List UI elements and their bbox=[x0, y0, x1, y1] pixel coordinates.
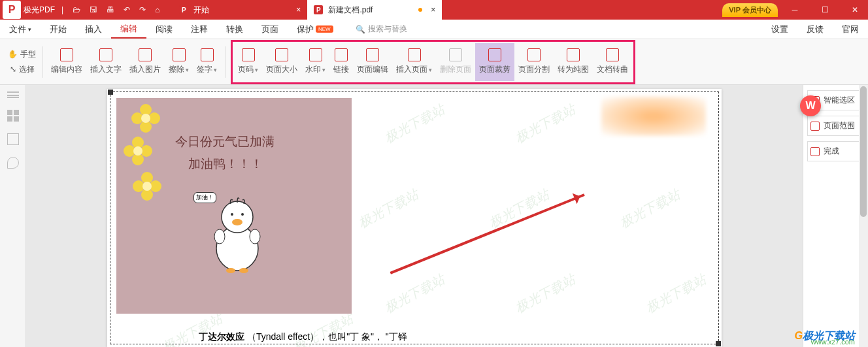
minimize-button[interactable]: ─ bbox=[782, 0, 808, 20]
separator bbox=[42, 46, 43, 78]
print-icon[interactable]: 🖶 bbox=[107, 5, 114, 14]
canvas-area[interactable]: 极光下载站 极光下载站 极光下载站 极光下载站 极光下载站 极光下载站 极光下载… bbox=[26, 85, 803, 347]
chevron-down-icon: ▾ bbox=[322, 67, 326, 73]
app-logo: P bbox=[3, 1, 21, 19]
page-range-button[interactable]: 页面范围 bbox=[807, 116, 864, 136]
redacted-region bbox=[601, 97, 706, 136]
insert-page-button[interactable]: 插入页面▾ bbox=[392, 43, 436, 81]
menu-feedback[interactable]: 反馈 bbox=[797, 24, 833, 35]
svg-point-9 bbox=[133, 146, 142, 156]
svg-point-16 bbox=[222, 201, 253, 233]
page-number-button[interactable]: 页码▾ bbox=[234, 43, 262, 81]
close-icon[interactable]: × bbox=[296, 5, 301, 14]
separator bbox=[225, 46, 225, 78]
crop-page-button[interactable]: 页面裁剪 bbox=[475, 43, 514, 81]
menu-settings[interactable]: 设置 bbox=[762, 24, 797, 35]
watermark-text: 极光下载站 bbox=[617, 186, 683, 232]
page-edit-button[interactable]: 页面编辑 bbox=[353, 43, 392, 81]
menu-website[interactable]: 官网 bbox=[833, 24, 868, 35]
menu-protect[interactable]: 保护NEW bbox=[288, 20, 342, 39]
link-button[interactable]: 链接 bbox=[329, 43, 353, 81]
vertical-scrollbar[interactable] bbox=[859, 85, 868, 347]
annotation-arrow bbox=[390, 193, 585, 274]
tab-start[interactable]: P 开始 × bbox=[173, 0, 307, 20]
insert-text-button[interactable]: 插入文字 bbox=[86, 43, 125, 81]
footer-url: www.xz7.com bbox=[811, 338, 855, 346]
chevron-down-icon: ▾ bbox=[255, 67, 258, 73]
edit-rail-icon[interactable] bbox=[7, 133, 19, 145]
edit-content-button[interactable]: 编辑内容 bbox=[47, 43, 86, 81]
decorative-image: 今日份元气已加满 加油鸭！！！ 加油！ bbox=[116, 98, 352, 314]
svg-point-14 bbox=[142, 182, 152, 191]
search-placeholder: 搜索与替换 bbox=[368, 24, 407, 35]
chevron-down-icon: ▾ bbox=[186, 67, 189, 73]
menu-page[interactable]: 页面 bbox=[252, 20, 288, 39]
svg-point-4 bbox=[141, 114, 150, 123]
svg-point-17 bbox=[232, 219, 242, 225]
flower-icon bbox=[122, 135, 154, 167]
redo-icon[interactable]: ↷ bbox=[139, 5, 146, 14]
vip-badge[interactable]: VIP 会员中心 bbox=[722, 3, 778, 17]
watermark-text: 极光下载站 bbox=[382, 271, 448, 317]
tab-document[interactable]: P 新建文档.pdf × bbox=[307, 0, 442, 20]
undo-icon[interactable]: ↶ bbox=[124, 5, 130, 14]
hand-tool[interactable]: ✋手型 bbox=[5, 48, 39, 61]
pdf-icon: P bbox=[179, 5, 188, 14]
menu-file[interactable]: 文件▾ bbox=[0, 20, 41, 39]
menu-annotate[interactable]: 注释 bbox=[182, 20, 217, 39]
modified-dot-icon bbox=[418, 8, 422, 12]
home-icon[interactable]: ⌂ bbox=[155, 5, 159, 14]
watermark-text: 极光下载站 bbox=[643, 271, 709, 317]
grid-view-icon[interactable] bbox=[7, 110, 19, 122]
tab-label: 新建文档.pdf bbox=[328, 5, 373, 16]
left-rail bbox=[0, 85, 26, 347]
decorative-text: 今日份元气已加满 加油鸭！！！ bbox=[175, 131, 275, 175]
new-badge: NEW bbox=[316, 25, 333, 33]
vip-prefix: VIP bbox=[729, 6, 741, 14]
flatten-button[interactable]: 转为纯图 bbox=[554, 43, 593, 81]
hand-icon: ✋ bbox=[8, 50, 18, 59]
menu-convert[interactable]: 转换 bbox=[217, 20, 252, 39]
search-rail-icon[interactable] bbox=[7, 157, 19, 169]
scrollbar-thumb[interactable] bbox=[860, 86, 867, 217]
body-text: 丁达尔效应 （Tyndall effect），也叫"丁 象"， "丁铎 bbox=[199, 331, 407, 343]
watermark-text: 极光下载站 bbox=[356, 186, 422, 232]
list-view-icon[interactable] bbox=[7, 91, 19, 98]
duck-illustration: 加油！ bbox=[208, 190, 267, 274]
save-icon[interactable]: 🖫 bbox=[90, 5, 97, 14]
split-page-button[interactable]: 页面分割 bbox=[514, 43, 554, 81]
speech-bubble: 加油！ bbox=[193, 192, 216, 203]
pdf-icon: P bbox=[314, 5, 323, 14]
app-name: 极光PDF bbox=[24, 5, 55, 16]
search-input[interactable]: 🔍 搜索与替换 bbox=[356, 24, 407, 35]
menu-start[interactable]: 开始 bbox=[41, 20, 76, 39]
erase-button[interactable]: 擦除▾ bbox=[165, 43, 193, 81]
menu-edit[interactable]: 编辑 bbox=[111, 20, 146, 39]
folder-open-icon[interactable]: 🗁 bbox=[73, 5, 80, 14]
delete-page-button: 删除页面 bbox=[436, 43, 475, 81]
sign-button[interactable]: 签字▾ bbox=[193, 43, 221, 81]
toolbar: ✋手型 ⤡选择 编辑内容 插入文字 插入图片 擦除▾ 签字▾ 页码▾ 页面大小 … bbox=[0, 39, 868, 85]
document-page[interactable]: 极光下载站 极光下载站 极光下载站 极光下载站 极光下载站 极光下载站 极光下载… bbox=[107, 89, 722, 347]
maximize-button[interactable]: ☐ bbox=[812, 0, 838, 20]
tab-label: 开始 bbox=[193, 5, 209, 16]
close-button[interactable]: ✕ bbox=[842, 0, 868, 20]
svg-point-22 bbox=[226, 268, 235, 273]
svg-point-20 bbox=[214, 229, 225, 244]
svg-point-18 bbox=[231, 213, 233, 216]
svg-point-19 bbox=[241, 213, 244, 216]
page-size-button[interactable]: 页面大小 bbox=[262, 43, 301, 81]
select-tool[interactable]: ⤡选择 bbox=[7, 63, 37, 76]
watermark-text: 极光下载站 bbox=[512, 271, 578, 317]
outline-button[interactable]: 文档转曲 bbox=[593, 43, 632, 81]
menu-read[interactable]: 阅读 bbox=[146, 20, 182, 39]
close-icon[interactable]: × bbox=[431, 5, 435, 14]
menu-insert[interactable]: 插入 bbox=[76, 20, 111, 39]
done-button[interactable]: 完成 bbox=[807, 141, 864, 161]
insert-image-button[interactable]: 插入图片 bbox=[125, 43, 165, 81]
watermark-text: 极光下载站 bbox=[512, 101, 578, 147]
convert-fab-button[interactable]: W bbox=[800, 95, 821, 116]
chevron-down-icon: ▾ bbox=[429, 67, 432, 73]
watermark-button[interactable]: 水印▾ bbox=[301, 43, 329, 81]
range-icon bbox=[810, 122, 820, 131]
